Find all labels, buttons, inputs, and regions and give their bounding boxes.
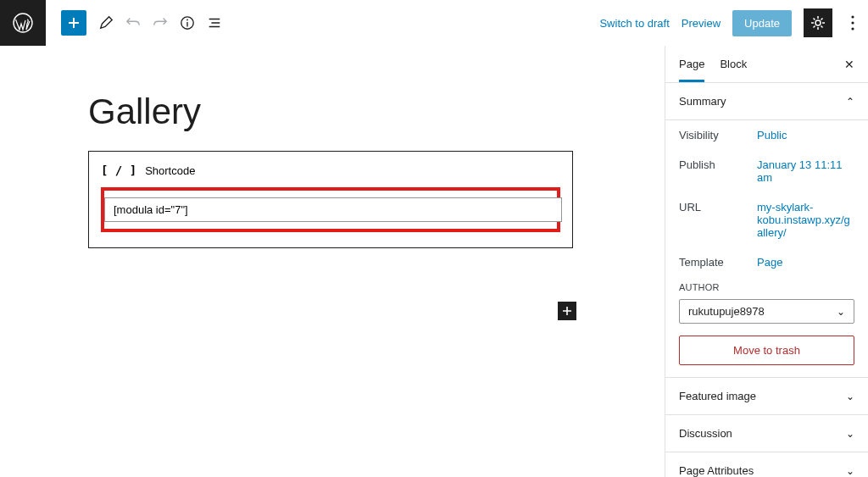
- chevron-up-icon: ⌃: [846, 96, 854, 108]
- featured-image-panel-header[interactable]: Featured image ⌄: [665, 378, 868, 415]
- chevron-down-icon: ⌄: [846, 391, 854, 402]
- svg-point-3: [815, 20, 821, 25]
- move-to-trash-button[interactable]: Move to trash: [679, 336, 854, 365]
- discussion-title: Discussion: [679, 427, 732, 440]
- summary-panel-header[interactable]: Summary ⌃: [665, 83, 868, 120]
- shortcode-icon: [ / ]: [101, 164, 136, 177]
- tools-button[interactable]: [98, 15, 114, 31]
- plus-icon: [561, 305, 573, 317]
- url-value[interactable]: my-skylark-kobu.instawp.xyz/gallery/: [757, 201, 854, 239]
- chevron-down-icon: ⌄: [846, 428, 854, 440]
- chevron-down-icon: ⌄: [837, 306, 845, 318]
- featured-image-title: Featured image: [679, 390, 756, 402]
- author-value: rukutupuje8978: [688, 305, 765, 318]
- shortcode-input[interactable]: [104, 197, 562, 222]
- visibility-value[interactable]: Public: [757, 129, 854, 141]
- switch-to-draft-button[interactable]: Switch to draft: [599, 17, 669, 30]
- page-title[interactable]: Gallery: [88, 92, 665, 132]
- wordpress-icon: [13, 13, 33, 33]
- outline-button[interactable]: [207, 15, 222, 31]
- wp-logo[interactable]: [0, 0, 46, 46]
- options-button[interactable]: [844, 8, 861, 37]
- undo-icon: [125, 14, 141, 31]
- discussion-panel-header[interactable]: Discussion ⌄: [665, 415, 868, 452]
- settings-button[interactable]: [804, 8, 832, 37]
- redo-icon: [153, 14, 168, 31]
- summary-title: Summary: [679, 95, 726, 108]
- template-label: Template: [679, 256, 757, 269]
- author-select[interactable]: rukutupuje8978 ⌄: [679, 299, 854, 324]
- close-sidebar-button[interactable]: ✕: [844, 58, 854, 71]
- details-button[interactable]: [180, 15, 195, 31]
- add-block-inline-button[interactable]: [558, 302, 576, 320]
- url-label: URL: [679, 201, 757, 239]
- info-icon: [180, 14, 195, 31]
- add-block-button[interactable]: [61, 10, 86, 36]
- preview-button[interactable]: Preview: [682, 17, 721, 30]
- undo-button[interactable]: [125, 15, 141, 31]
- svg-point-2: [186, 19, 188, 21]
- publish-value[interactable]: January 13 11:11 am: [757, 158, 854, 184]
- shortcode-label: Shortcode: [145, 164, 195, 177]
- settings-sidebar: Page Block ✕ Summary ⌃ Visibility Public…: [665, 46, 868, 477]
- pencil-icon: [98, 14, 114, 31]
- shortcode-block[interactable]: [ / ] Shortcode: [88, 151, 573, 248]
- redo-button[interactable]: [153, 15, 168, 31]
- tab-block[interactable]: Block: [720, 46, 747, 82]
- template-value[interactable]: Page: [757, 256, 854, 269]
- author-label: AUTHOR: [679, 282, 854, 292]
- page-attributes-title: Page Attributes: [679, 464, 754, 477]
- publish-label: Publish: [679, 158, 757, 184]
- update-button[interactable]: Update: [732, 10, 792, 36]
- tab-page[interactable]: Page: [679, 46, 704, 82]
- chevron-down-icon: ⌄: [846, 465, 854, 477]
- svg-point-4: [851, 15, 854, 18]
- list-view-icon: [207, 14, 222, 31]
- more-vertical-icon: [851, 15, 854, 31]
- svg-point-5: [851, 21, 854, 24]
- plus-icon: [66, 15, 81, 31]
- svg-point-6: [851, 27, 854, 30]
- gear-icon: [810, 14, 826, 31]
- page-attributes-panel-header[interactable]: Page Attributes ⌄: [665, 452, 868, 477]
- tutorial-highlight: [101, 187, 560, 232]
- visibility-label: Visibility: [679, 129, 757, 141]
